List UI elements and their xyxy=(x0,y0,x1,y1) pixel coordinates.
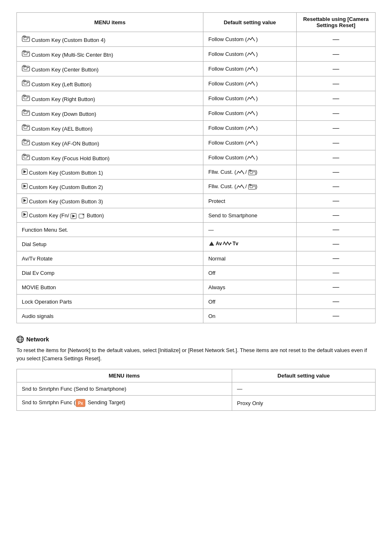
table-row: Custom Key (Custom Button 1) Fllw. Cust.… xyxy=(17,165,376,180)
svg-rect-30 xyxy=(24,141,27,143)
follow-custom-value: Follow Custom () xyxy=(208,51,258,57)
follow-custom-value: Follow Custom () xyxy=(208,140,258,146)
table-row: Dial Ev Comp Off — xyxy=(17,266,376,280)
play-icon xyxy=(22,169,28,175)
net-default-value-cell: — xyxy=(232,382,375,396)
network-section: Network To reset the items for [Network]… xyxy=(16,336,376,411)
svg-marker-51 xyxy=(23,213,26,216)
menu-item-cell: Custom Key (Left Button) xyxy=(17,76,203,91)
col-resettable: Resettable using [Camera Settings Reset] xyxy=(296,13,375,32)
resettable-cell: — xyxy=(296,309,375,323)
cell-value: — xyxy=(208,227,214,233)
main-table: MENU items Default setting value Resetta… xyxy=(16,12,376,323)
net-col-default-value: Default setting value xyxy=(232,369,375,382)
svg-rect-22 xyxy=(24,111,27,114)
col-default-value: Default setting value xyxy=(203,13,296,32)
custom-key-icon xyxy=(22,94,30,101)
follow-custom-value: Follow Custom () xyxy=(208,154,258,161)
default-value-cell: Fllw. Cust. (/ ) xyxy=(203,180,296,194)
custom-key-small-icon xyxy=(248,184,256,190)
menu-item-cell: Audio signals xyxy=(17,309,203,323)
resettable-cell: — xyxy=(296,237,375,251)
menu-item-cell: Custom Key (Down Button) xyxy=(17,106,203,121)
svg-rect-23 xyxy=(28,111,29,112)
table-row: Dial Setup Av Tv — xyxy=(17,237,376,251)
default-value-cell: Protect xyxy=(203,194,296,208)
default-value-cell: Follow Custom () xyxy=(203,136,296,150)
resettable-cell: — xyxy=(296,251,375,266)
svg-rect-35 xyxy=(28,156,29,157)
cell-value: Normal xyxy=(208,256,226,262)
menu-item-cell: Function Menu Set. xyxy=(17,223,203,237)
dial-mountain-icon xyxy=(208,241,215,246)
menu-item-cell: MOVIE Button xyxy=(17,280,203,295)
table-row: Snd to Smrtphn Func ( Px Sending Target)… xyxy=(17,396,376,411)
cell-value: Send to Smartphone xyxy=(208,212,257,219)
svg-rect-34 xyxy=(24,156,27,158)
default-value-cell: Follow Custom () xyxy=(203,106,296,121)
follow-custom-value: Follow Custom () xyxy=(208,66,258,72)
cell-value: Always xyxy=(208,284,225,290)
default-value-cell: Follow Custom () xyxy=(203,32,296,47)
col-menu-items: MENU items xyxy=(17,13,203,32)
svg-rect-19 xyxy=(28,97,29,97)
fllw-cust-value: Fllw. Cust. (/ ) xyxy=(208,169,257,175)
dial-av-label: Av xyxy=(216,241,222,246)
menu-item-cell: Custom Key (Right Button) xyxy=(17,91,203,106)
net-menu-item-cell: Snd to Smrtphn Func ( Px Sending Target) xyxy=(17,396,232,411)
table-row: MOVIE Button Always — xyxy=(17,280,376,295)
table-row: Custom Key (Custom Button 4) Follow Cust… xyxy=(17,32,376,47)
svg-rect-18 xyxy=(24,97,27,99)
fn-button-icon xyxy=(71,213,76,219)
table-row: Custom Key (Center Button) Follow Custom… xyxy=(17,62,376,76)
dial-wave-icon xyxy=(223,241,232,246)
default-value-cell: On xyxy=(203,309,296,323)
play-icon xyxy=(22,212,28,217)
table-row: Custom Key (AF-ON Button) Follow Custom … xyxy=(17,136,376,150)
resettable-cell: — xyxy=(296,208,375,223)
follow-custom-value: Follow Custom () xyxy=(208,81,258,87)
follow-custom-wave-icon xyxy=(247,37,256,42)
follow-custom-wave-icon xyxy=(247,140,256,146)
default-value-cell: Follow Custom () xyxy=(203,91,296,106)
follow-custom-value: Follow Custom () xyxy=(208,125,258,131)
default-value-cell: — xyxy=(203,223,296,237)
resettable-cell: — xyxy=(296,266,375,280)
table-row: Audio signals On — xyxy=(17,309,376,323)
default-value-cell: Av Tv xyxy=(203,237,296,251)
fllw-cust-value: Fllw. Cust. (/ ) xyxy=(208,183,257,189)
follow-custom-wave-icon xyxy=(247,51,256,57)
cell-value: Protect xyxy=(208,198,225,204)
default-value-cell: Always xyxy=(203,280,296,295)
follow-custom-wave-icon xyxy=(247,96,256,101)
resettable-cell: — xyxy=(296,121,375,136)
custom-key-icon xyxy=(22,139,30,145)
resettable-cell: — xyxy=(296,223,375,237)
table-row: Function Menu Set. — — xyxy=(17,223,376,237)
table-row: Lock Operation Parts Off — xyxy=(17,295,376,309)
default-value-cell: Follow Custom () xyxy=(203,150,296,165)
table-row: Custom Key (AEL Button) Follow Custom ()… xyxy=(17,121,376,136)
resettable-cell: — xyxy=(296,106,375,121)
follow-custom-wave-icon xyxy=(247,125,256,131)
cell-value: Off xyxy=(208,270,215,276)
menu-item-cell: Custom Key (Custom Button 4) xyxy=(17,32,203,47)
play-icon xyxy=(22,198,28,203)
network-icon xyxy=(16,336,24,343)
net-menu-item-cell: Snd to Smrtphn Func (Send to Smartphone) xyxy=(17,382,232,396)
default-value-cell: Off xyxy=(203,295,296,309)
table-row: Custom Key (Custom Button 3) Protect — xyxy=(17,194,376,208)
svg-text:Px: Px xyxy=(78,401,83,405)
resettable-cell: — xyxy=(296,62,375,76)
network-description: To reset the items for [Network] to the … xyxy=(16,346,376,362)
svg-marker-53 xyxy=(72,214,75,218)
follow-custom-wave-icon xyxy=(247,81,256,87)
follow-custom-wave-icon xyxy=(247,155,256,161)
resettable-cell: — xyxy=(296,91,375,106)
svg-rect-3 xyxy=(28,37,29,38)
resettable-cell: — xyxy=(296,280,375,295)
svg-rect-2 xyxy=(24,37,27,40)
svg-marker-37 xyxy=(23,170,26,173)
table-row: Custom Key (Custom Button 2) Fllw. Cust.… xyxy=(17,180,376,194)
default-value-cell: Follow Custom () xyxy=(203,47,296,62)
